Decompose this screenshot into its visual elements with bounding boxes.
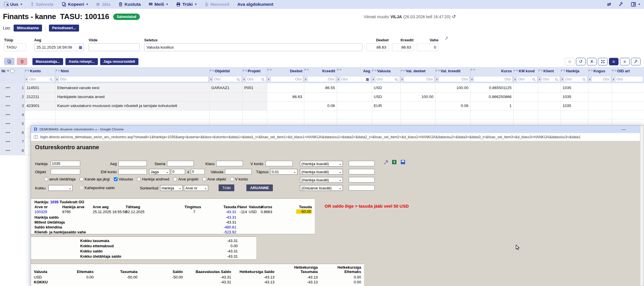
grid-history-button[interactable]: ↺ [576,58,586,65]
debit-field[interactable] [367,43,389,51]
minimize-icon[interactable]: — [622,127,626,132]
extra-field-select-3[interactable]: (Hankija lisaväli)⌄ [300,177,343,183]
column-expand-icon[interactable]: › [305,77,306,81]
klass-input[interactable] [216,161,243,166]
checkbox-valuutas[interactable]: Valuutas [114,177,133,181]
cell-oid[interactable] [612,101,644,110]
column-wrench-icon[interactable] [402,70,405,72]
column-header-val-deebet[interactable]: Val. deebet [400,67,435,75]
jaga-n2-input[interactable] [191,169,205,174]
cell-km-kood[interactable] [513,92,538,101]
filter-val-kreedit[interactable] [438,76,469,82]
column-wrench-icon[interactable] [211,70,214,72]
cell-valuuta[interactable]: USD [372,92,400,101]
cell-projekt[interactable] [242,110,267,119]
emkonto-input[interactable] [118,169,147,174]
cell-km-kood[interactable] [513,101,538,110]
cell-kurss[interactable]: 0.866250866 [470,92,513,101]
periodize-button[interactable]: Periodiseeri... [49,25,79,32]
extra-field-select-2[interactable]: (Hankija lisaväli)⌄ [300,169,343,175]
type-field[interactable] [4,43,26,51]
column-expand-icon[interactable]: › [338,77,339,81]
extra-value-input-3[interactable] [349,177,375,182]
column-expand-icon[interactable]: › [56,77,58,81]
cell-nimi[interactable] [55,110,209,119]
column-wrench-icon[interactable] [562,70,565,72]
cell-valuuta[interactable]: USD [372,83,400,92]
chevron-down-icon[interactable]: ▾ [167,3,168,6]
cell-kreedit[interactable] [304,92,337,101]
checkbox-kande-aja-jargi[interactable]: Kande aja järgi [80,177,110,181]
vkonto-input[interactable] [266,161,293,166]
jaga-select[interactable]: Jaga⌄ [149,169,170,175]
cell-objektid[interactable]: GARAAZ1 [209,83,242,92]
cell-projekt[interactable] [242,101,267,110]
fields-settings-wrench-icon[interactable] [445,36,449,41]
drag-handle[interactable]: ⋮⋮ [1,86,5,90]
drag-handle[interactable]: ⋮⋮ [1,95,5,99]
row-menu-icon[interactable]: ••• [6,131,10,135]
insert-recipe-button[interactable]: Aseta retsept... [65,58,98,65]
grid-settings-button[interactable] [631,58,641,65]
view-lines-button[interactable]: ≡ [620,58,630,65]
extra-value-input-4[interactable] [349,185,375,191]
supplier-code-link[interactable]: 1035 [50,200,58,204]
checkbox-hankija-andmed[interactable]: Hankija andmed [137,177,169,181]
date-field[interactable] [34,43,84,51]
minus-entry-button[interactable]: Miinuskanne [14,25,42,32]
calendar-icon[interactable]: ▦ [79,45,82,49]
discard-button[interactable]: ⊗ Jäta [96,2,110,7]
column-expand-icon[interactable]: › [539,77,540,81]
cell-deebet[interactable]: 86.63 [267,92,304,101]
save-button[interactable]: ↥ Salvesta [30,2,53,7]
column-header-konto[interactable]: Konto [25,67,55,75]
column-wrench-icon[interactable] [57,70,60,72]
cell-konto[interactable]: 114501 [25,83,55,92]
cell-km-kood[interactable] [513,83,538,92]
column-expand-icon[interactable]: › [402,77,403,81]
drag-handle[interactable]: ⋮⋮ [1,113,5,117]
history-icon[interactable]: ↺ [452,14,456,19]
column-wrench-icon[interactable] [614,70,616,72]
cell-aeg[interactable] [337,92,372,101]
clear-filters-button[interactable]: ⊗ [565,58,575,65]
column-header-nimi[interactable]: Nimi [55,67,209,75]
column-header-deebet[interactable]: Deebet [267,67,304,75]
column-expand-icon[interactable]: › [373,77,374,81]
drag-handle[interactable]: ⋮⋮ [1,131,5,134]
new-button[interactable]: ✎ Uus▾ [4,2,22,7]
cell-valuuta[interactable]: EUR [372,101,400,110]
cell-projekt[interactable] [242,92,267,101]
cell-kreedit[interactable]: 86.55 [304,83,337,92]
split-resources-button[interactable]: Jaga ressurssidelt [100,58,138,65]
column-expand-icon[interactable]: › [211,77,212,81]
cell-aeg[interactable] [337,101,372,110]
cell-kogus[interactable] [588,92,612,101]
row-menu-icon[interactable]: ••• [6,113,10,117]
search-icon[interactable] [395,78,397,80]
cell-hankija[interactable]: 1035 [561,83,588,92]
search-icon[interactable] [50,78,52,80]
attachments-button[interactable]: Manused [205,2,229,7]
column-expand-icon[interactable]: › [268,77,269,81]
expand-button[interactable] [598,58,608,65]
chevron-down-icon[interactable]: ▾ [21,3,22,6]
search-icon[interactable] [533,78,535,80]
column-header-oid[interactable]: OID art [612,67,644,75]
cell-nimi[interactable]: Kasum valuutakursi muutusest ostjate nõu… [55,101,209,110]
column-header-aeg[interactable]: Aeg [337,67,372,75]
row-delete-button[interactable] [17,58,27,65]
extra-field-select-4[interactable]: (Ostuarve lisaväli)⌄ [300,185,343,191]
column-wrench-icon[interactable] [244,70,247,72]
calendar-icon[interactable]: ▦ [366,77,369,81]
column-header-hankija[interactable]: Hankija [561,67,588,75]
column-wrench-icon[interactable] [306,69,308,71]
checkbox-ainult-uletahtaja[interactable]: ainult ületähtaja [44,177,76,181]
filter-val-deebet[interactable] [404,76,434,82]
filter-nimi[interactable] [58,76,208,82]
column-wrench-icon[interactable] [374,70,376,72]
filter-deebet[interactable] [270,76,303,82]
reference-field[interactable] [89,43,140,51]
column-wrench-icon[interactable] [472,69,475,71]
column-header-kreedit[interactable]: Kreedit [304,67,337,75]
